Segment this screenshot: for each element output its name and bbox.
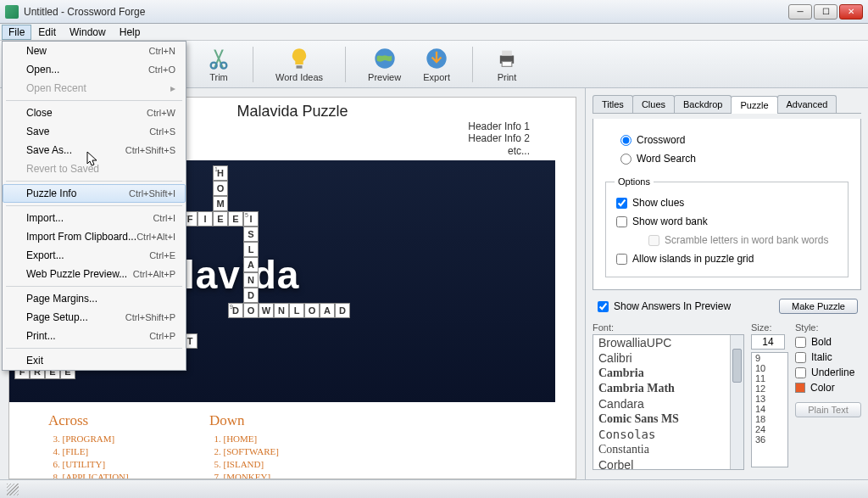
menu-puzzle-info[interactable]: Puzzle InfoCtrl+Shift+I: [3, 184, 186, 203]
menu-file[interactable]: File: [2, 25, 31, 40]
menu-web-preview[interactable]: Web Puzzle Preview...Ctrl+Alt+P: [3, 265, 186, 283]
status-bar: [0, 479, 868, 498]
color-swatch[interactable]: [795, 383, 805, 393]
maximize-button[interactable]: ☐: [814, 4, 837, 20]
style-label: Style:: [795, 322, 861, 333]
menu-close[interactable]: CloseCtrl+W: [3, 104, 186, 122]
plain-text-button[interactable]: Plain Text: [795, 402, 861, 417]
menu-import[interactable]: Import...Ctrl+I: [3, 209, 186, 227]
svg-rect-2: [297, 65, 303, 69]
menu-open[interactable]: Open...Ctrl+O: [3, 60, 186, 79]
tab-clues[interactable]: Clues: [632, 95, 675, 113]
chk-bold[interactable]: [795, 337, 806, 348]
grid-cell: O: [213, 181, 228, 196]
menu-new[interactable]: NewCtrl+N: [3, 42, 186, 60]
clue-item: 6. [UTILITY]: [48, 458, 184, 471]
print-label: Print: [498, 72, 517, 82]
size-input[interactable]: [751, 334, 785, 350]
font-item[interactable]: Cambria: [593, 366, 743, 381]
font-item[interactable]: Comic Sans MS: [593, 411, 743, 427]
grid-cell: W: [259, 303, 274, 318]
radio-crossword[interactable]: [620, 135, 632, 146]
font-item[interactable]: Consolas: [593, 427, 743, 442]
font-panel: Font: BrowalliaUPCCalibriCambriaCambria …: [593, 322, 861, 479]
export-button[interactable]: Export: [420, 45, 453, 84]
menu-open-recent: Open Recent▸: [3, 79, 186, 98]
size-item[interactable]: 13: [752, 394, 787, 404]
close-button[interactable]: ✕: [839, 4, 863, 20]
tab-advanced[interactable]: Advanced: [777, 95, 837, 113]
size-item[interactable]: 10: [752, 363, 787, 373]
menu-export[interactable]: Export...Ctrl+E: [3, 246, 186, 265]
menu-revert: Revert to Saved: [3, 159, 186, 178]
menu-help[interactable]: Help: [113, 25, 147, 40]
size-item[interactable]: 14: [752, 404, 787, 414]
chk-showanswers[interactable]: [598, 301, 609, 312]
menu-window[interactable]: Window: [63, 25, 113, 40]
trim-label: Trim: [209, 72, 228, 82]
bulb-icon: [287, 47, 311, 70]
menu-print[interactable]: Print...Ctrl+P: [3, 327, 186, 345]
font-item[interactable]: BrowalliaUPC: [593, 335, 743, 350]
menu-exit[interactable]: Exit: [3, 351, 186, 370]
tab-puzzle[interactable]: Puzzle: [731, 96, 777, 114]
property-tabs: Titles Clues Backdrop Puzzle Advanced: [593, 95, 861, 114]
font-item[interactable]: Corbel: [593, 457, 743, 470]
font-item[interactable]: Candara: [593, 396, 743, 411]
menu-edit[interactable]: Edit: [31, 25, 63, 40]
grid-cell: L: [289, 303, 304, 318]
size-list[interactable]: 91011121314182436: [751, 352, 788, 467]
size-item[interactable]: 12: [752, 383, 787, 394]
chk-italic[interactable]: [795, 352, 806, 363]
file-menu-dropdown: NewCtrl+N Open...Ctrl+O Open Recent▸ Clo…: [2, 41, 186, 371]
chk-islands[interactable]: [616, 254, 627, 265]
size-item[interactable]: 24: [752, 424, 787, 434]
chk-showclues[interactable]: [616, 198, 627, 209]
chk-underline[interactable]: [795, 367, 806, 378]
radio-wordsearch[interactable]: [620, 154, 632, 165]
printer-icon: [495, 47, 519, 70]
preview-button[interactable]: Preview: [364, 45, 404, 84]
options-fieldset: Options Show clues Show word bank Scramb…: [605, 176, 849, 277]
grid-cell: D: [243, 288, 259, 303]
wordideas-button[interactable]: Word Ideas: [272, 45, 326, 84]
grid-cell: I5: [243, 211, 259, 227]
export-label: Export: [423, 72, 450, 82]
menu-page-margins[interactable]: Page Margins...: [3, 289, 186, 308]
minimize-button[interactable]: ─: [788, 4, 812, 20]
font-list[interactable]: BrowalliaUPCCalibriCambriaCambria MathCa…: [593, 334, 744, 470]
trim-button[interactable]: Trim: [203, 45, 234, 84]
tab-titles[interactable]: Titles: [593, 95, 633, 113]
scrollbar[interactable]: [730, 335, 743, 469]
menu-page-setup[interactable]: Page Setup...Ctrl+Shift+P: [3, 308, 186, 327]
clue-item: 1. [HOME]: [209, 433, 279, 445]
grid-cell: A: [320, 303, 335, 318]
size-item[interactable]: 36: [752, 434, 787, 445]
window-title: Untitled - Crossword Forge: [24, 6, 788, 18]
grid-cell: D9: [228, 303, 243, 318]
font-label: Font:: [593, 322, 744, 333]
font-item[interactable]: Cambria Math: [593, 381, 743, 396]
chk-scramble: [648, 235, 659, 246]
menu-import-clipboard[interactable]: Import From Clipboard...Ctrl+Alt+I: [3, 227, 186, 246]
svg-rect-6: [502, 50, 512, 55]
clue-item: 2. [SOFTWARE]: [209, 445, 279, 458]
chk-showbank[interactable]: [616, 216, 627, 227]
menu-saveas[interactable]: Save As...Ctrl+Shift+S: [3, 141, 186, 159]
font-item[interactable]: Constantia: [593, 442, 743, 457]
size-item[interactable]: 18: [752, 414, 787, 424]
print-button[interactable]: Print: [492, 45, 522, 84]
menu-save[interactable]: SaveCtrl+S: [3, 122, 186, 141]
title-bar: Untitled - Crossword Forge ─ ☐ ✕: [0, 0, 868, 24]
font-item[interactable]: Calibri: [593, 350, 743, 366]
make-puzzle-button[interactable]: Make Puzzle: [779, 299, 858, 314]
grid-cell: E: [213, 211, 228, 227]
size-item[interactable]: 11: [752, 373, 787, 383]
tab-backdrop[interactable]: Backdrop: [674, 95, 732, 113]
down-heading: Down: [209, 412, 279, 429]
grid-cell: L: [243, 242, 259, 257]
size-item[interactable]: 9: [752, 353, 787, 363]
clue-item: 7. [MONKEY]: [209, 471, 279, 479]
size-label: Size:: [751, 322, 788, 333]
across-heading: Across: [48, 412, 184, 429]
